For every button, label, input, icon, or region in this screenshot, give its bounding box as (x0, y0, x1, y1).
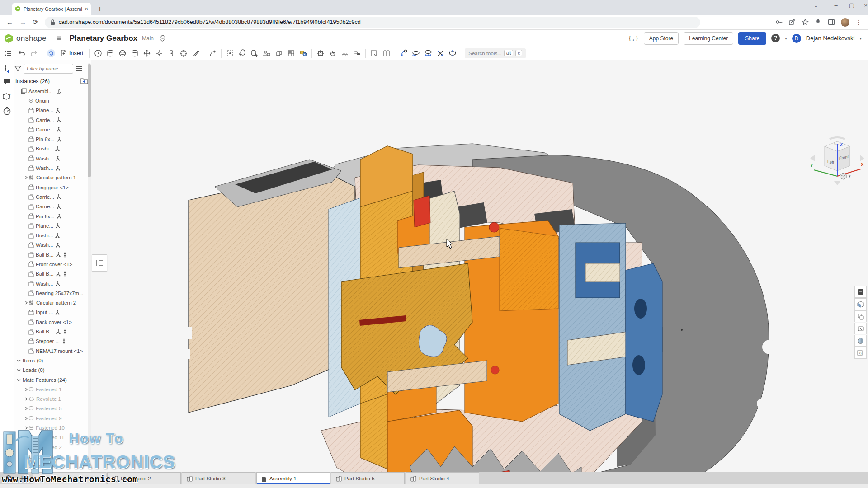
feature-manager-panel-button[interactable] (854, 286, 867, 298)
filter-input[interactable] (24, 64, 73, 74)
tree-item[interactable]: Origin (14, 96, 86, 105)
browser-tab[interactable]: Planetary Gearbox | Assembly 1 × (12, 3, 91, 15)
insert-button[interactable]: Insert (57, 50, 87, 56)
user-name[interactable]: Dejan Nedelkovski (806, 35, 855, 42)
tree-item[interactable]: Wash... (14, 279, 86, 288)
tree-item[interactable]: Bushi... (14, 144, 86, 154)
appearance-icon[interactable] (298, 48, 309, 59)
instances-panel-button[interactable] (854, 310, 867, 322)
pin-slot-mate-icon[interactable] (166, 48, 177, 59)
document-tab-part-studio-5[interactable]: Part Studio 5 (331, 472, 405, 484)
tree-item[interactable]: Wash... (14, 154, 86, 163)
view-cube[interactable]: Left Front Top Z X Y (809, 135, 866, 188)
group-icon[interactable] (274, 48, 284, 59)
mate-connector-icon[interactable] (3, 65, 11, 74)
drawing-panel-button[interactable] (854, 323, 867, 334)
tree-item[interactable]: Carrie... (14, 115, 86, 125)
mate-feature-item[interactable]: Revolute 2 (14, 452, 86, 461)
tree-section[interactable]: Mate Features (24) (14, 375, 86, 385)
material-panel-button[interactable] (854, 335, 867, 347)
gear-mate-icon[interactable] (327, 48, 338, 59)
exploded-view-icon[interactable] (423, 48, 434, 59)
bom-table-icon[interactable] (286, 48, 297, 59)
mate-feature-item[interactable]: Fastened 10 (14, 423, 86, 432)
forward-icon[interactable]: → (19, 19, 26, 26)
radial-explode-icon[interactable] (447, 48, 458, 59)
tree-item[interactable]: Assembl... (14, 86, 86, 96)
search-tools-input[interactable]: Search tools... alt c (465, 48, 526, 58)
tree-item[interactable]: Wash... (14, 240, 86, 250)
compare-icon[interactable] (381, 48, 392, 59)
tree-item[interactable]: Plane... (14, 221, 86, 230)
cylindrical-mate-icon[interactable] (129, 48, 140, 59)
onshape-logo[interactable]: onshape (4, 33, 47, 43)
panel-collapse-toggle[interactable] (92, 254, 107, 272)
mate-feature-item[interactable]: Fastened 11 (14, 433, 86, 442)
window-menu-icon[interactable]: ⌄ (810, 2, 822, 9)
add-tab-icon[interactable]: + (19, 474, 24, 483)
side-panel-icon[interactable] (828, 19, 835, 26)
browser-profile-avatar[interactable] (841, 18, 849, 27)
tangent-mate-icon[interactable] (178, 48, 189, 59)
tree-section[interactable]: Items (0) (14, 356, 86, 365)
tree-item[interactable]: Ball B... (14, 327, 86, 336)
tab-search-icon[interactable] (5, 475, 13, 483)
timer-icon[interactable] (3, 107, 11, 115)
document-menu-icon[interactable]: ≡ (57, 33, 61, 43)
snap-mode-icon[interactable] (208, 48, 218, 59)
tab-close-icon[interactable]: × (85, 5, 88, 12)
tree-item[interactable]: Pin 6x... (14, 211, 86, 221)
screw-relation-icon[interactable] (352, 48, 363, 59)
workspace-label[interactable]: Main (142, 35, 154, 42)
interference-icon[interactable] (435, 48, 446, 59)
mate-feature-item[interactable]: Fastened 1 (14, 385, 86, 394)
3d-viewport[interactable]: Left Front Top Z X Y ▾ x) (0, 60, 868, 472)
document-tab-part-studio-2[interactable]: Part Studio 2 (107, 472, 181, 484)
tree-item[interactable]: Carrie... (14, 125, 86, 134)
bookmark-star-icon[interactable] (802, 19, 809, 26)
help-caret-icon[interactable]: ▾ (785, 36, 787, 41)
tree-item[interactable]: NEMA17 mount <1> (14, 346, 86, 356)
extensions-pin-icon[interactable] (815, 19, 822, 26)
mate-feature-item[interactable]: Fastened 5 (14, 404, 86, 413)
redo-icon[interactable] (28, 48, 39, 59)
sync-icon[interactable] (46, 48, 57, 59)
app-store-button[interactable]: App Store (644, 32, 679, 45)
mate-feature-item[interactable]: Revolute 1 (14, 394, 86, 404)
undo-icon[interactable] (16, 48, 27, 59)
tree-item[interactable]: Carrie... (14, 192, 86, 202)
tree-item[interactable]: Circular pattern 2 (14, 298, 86, 308)
planar-mate-icon[interactable] (142, 48, 152, 59)
new-tab-button[interactable]: + (95, 4, 105, 14)
tree-item[interactable]: Circular pattern 1 (14, 173, 86, 183)
tree-item[interactable]: Ring gear <1> (14, 183, 86, 192)
password-key-icon[interactable] (775, 19, 783, 26)
rack-pinion-icon[interactable] (340, 48, 350, 59)
mate-feature-item[interactable]: Fastened 4 (14, 462, 86, 471)
tree-item[interactable]: Plane... (14, 106, 86, 115)
document-tab-part-studio-4[interactable]: Part Studio 4 (406, 472, 479, 484)
tree-item[interactable]: Front cover <1> (14, 259, 86, 269)
share-page-icon[interactable] (788, 19, 796, 26)
panel-scrollbar-thumb[interactable] (88, 64, 91, 177)
ball-mate-icon[interactable] (154, 48, 165, 59)
window-restore-icon[interactable]: ▢ (846, 2, 858, 9)
animate-icon[interactable] (398, 48, 409, 59)
filter-icon[interactable] (14, 66, 21, 72)
box-select-icon[interactable] (225, 48, 236, 59)
parallel-mate-icon[interactable] (190, 48, 201, 59)
insert-subassembly-icon[interactable] (80, 77, 88, 84)
tree-item[interactable]: Bushi... (14, 230, 86, 240)
window-minimize-icon[interactable]: – (830, 2, 842, 9)
user-avatar[interactable]: D (792, 34, 801, 43)
document-tab-part-studio-3[interactable]: Part Studio 3 (182, 472, 255, 484)
kebab-menu-icon[interactable]: ⋮ (855, 19, 862, 26)
tree-item[interactable]: Back cover <1> (14, 317, 86, 327)
link-icon[interactable] (159, 35, 166, 42)
display-states-icon[interactable] (369, 48, 380, 59)
parts-panel-button[interactable] (854, 298, 867, 310)
mate-feature-item[interactable]: Fastened 2 (14, 442, 86, 452)
share-button[interactable]: Share (738, 32, 766, 45)
tree-item[interactable]: Wash... (14, 163, 86, 173)
pattern-icon[interactable] (237, 48, 248, 59)
